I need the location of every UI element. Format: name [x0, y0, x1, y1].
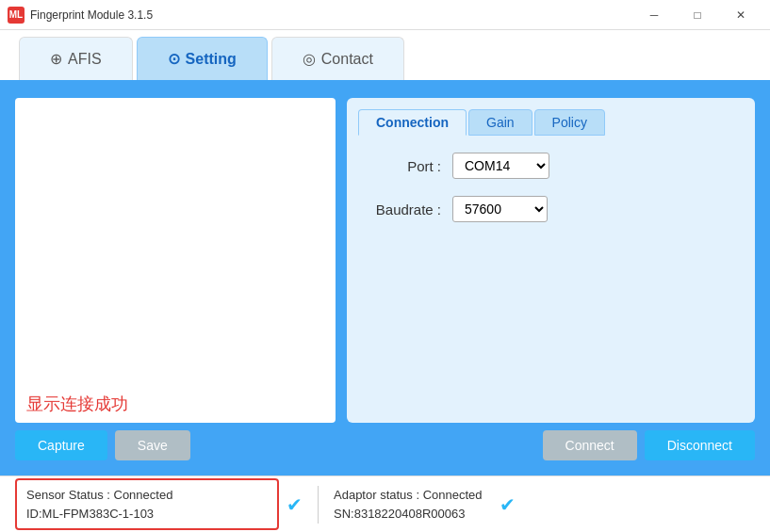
adaptor-status-text: Adaptor status : Connected SN:8318220408…: [334, 486, 483, 523]
maximize-button[interactable]: □: [676, 0, 719, 30]
tab-contact-label: Contact: [321, 51, 373, 68]
settings-tab-connection[interactable]: Connection: [358, 109, 467, 136]
connect-button[interactable]: Connect: [543, 430, 637, 460]
setting-icon: ⊙: [168, 50, 180, 68]
sensor-check-icon: ✔: [287, 493, 303, 516]
titlebar: ML Fingerprint Module 3.1.5 ─ □ ✕: [0, 0, 770, 30]
status-bar: Sensor Status : Connected ID:ML-FPM383C-…: [0, 476, 770, 532]
tab-contact[interactable]: ◎ Contact: [271, 37, 404, 80]
titlebar-controls: ─ □ ✕: [632, 0, 762, 30]
baudrate-label: Baudrate :: [366, 202, 441, 218]
baudrate-select[interactable]: 57600 9600 19200 38400 115200: [452, 196, 548, 222]
app-icon: ML: [8, 7, 25, 24]
main-inner: 显示连接成功 Connection Gain Policy Port : C: [15, 98, 755, 460]
adaptor-status-line1: Adaptor status : Connected: [334, 486, 483, 505]
baudrate-row: Baudrate : 57600 9600 19200 38400 115200: [366, 196, 736, 222]
right-panel: Connection Gain Policy Port : COM14 COM1…: [347, 98, 755, 423]
sensor-status-text: Sensor Status : Connected ID:ML-FPM383C-…: [26, 486, 172, 523]
fingerprint-panel: 显示连接成功: [15, 98, 336, 423]
sensor-status-line1: Sensor Status : Connected: [26, 486, 172, 505]
status-divider: [318, 486, 319, 524]
left-btns: Capture Save: [15, 430, 336, 460]
fingerprint-status-text: 显示连接成功: [15, 385, 336, 423]
right-btns: Connect Disconnect: [347, 430, 755, 460]
sensor-status-line2: ID:ML-FPM383C-1-103: [26, 505, 172, 524]
tab-afis[interactable]: ⊕ AFIS: [19, 37, 133, 80]
tab-afis-label: AFIS: [68, 51, 102, 68]
settings-tabs: Connection Gain Policy: [358, 109, 744, 136]
afis-icon: ⊕: [50, 50, 62, 68]
btns-row: Capture Save Connect Disconnect: [15, 430, 755, 460]
save-button[interactable]: Save: [115, 430, 190, 460]
capture-button[interactable]: Capture: [15, 430, 107, 460]
main-content: 显示连接成功 Connection Gain Policy Port : C: [0, 83, 770, 476]
settings-card: Connection Gain Policy Port : COM14 COM1…: [347, 98, 755, 423]
close-button[interactable]: ✕: [719, 0, 762, 30]
port-select[interactable]: COM14 COM1 COM2 COM3: [452, 153, 549, 179]
settings-tab-gain[interactable]: Gain: [468, 109, 532, 136]
sensor-status-box: Sensor Status : Connected ID:ML-FPM383C-…: [15, 478, 279, 530]
port-row: Port : COM14 COM1 COM2 COM3: [366, 153, 736, 179]
titlebar-title: Fingerprint Module 3.1.5: [30, 8, 153, 22]
panels-row: 显示连接成功 Connection Gain Policy Port : C: [15, 98, 755, 423]
adaptor-check-icon: ✔: [500, 493, 516, 516]
disconnect-button[interactable]: Disconnect: [645, 430, 755, 460]
tab-setting[interactable]: ⊙ Setting: [137, 37, 268, 80]
port-label: Port :: [366, 158, 441, 174]
adaptor-status-line2: SN:8318220408R00063: [334, 505, 483, 524]
settings-tab-policy[interactable]: Policy: [534, 109, 605, 136]
tab-setting-label: Setting: [186, 51, 237, 68]
titlebar-left: ML Fingerprint Module 3.1.5: [8, 7, 153, 24]
contact-icon: ◎: [303, 50, 316, 68]
minimize-button[interactable]: ─: [632, 0, 676, 30]
nav-tabs: ⊕ AFIS ⊙ Setting ◎ Contact: [0, 30, 770, 83]
adaptor-status-box: Adaptor status : Connected SN:8318220408…: [334, 486, 755, 523]
